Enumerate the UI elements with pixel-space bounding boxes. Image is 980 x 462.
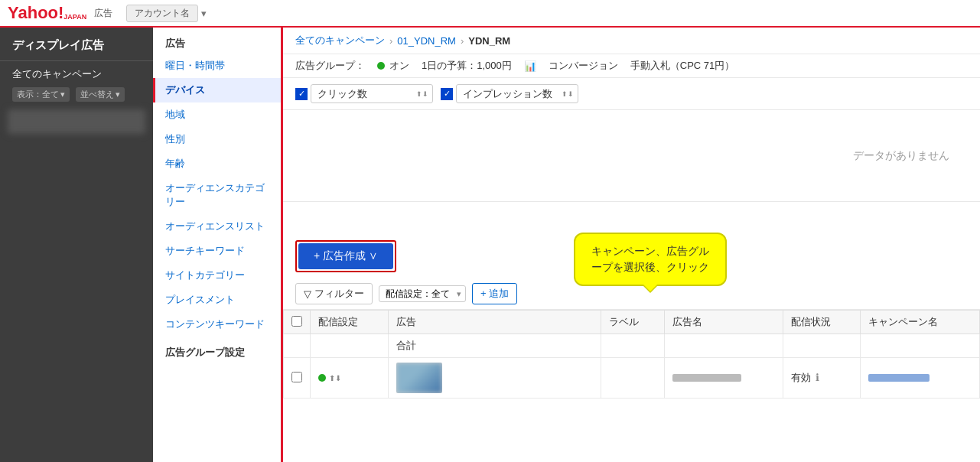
nav-item-gender[interactable]: 性別 [153,127,281,151]
daily-budget: 1日の予算：1,000円 [422,59,512,73]
table-header-checkbox [284,311,311,334]
conversion-text: コンバージョン [549,59,618,73]
filter-all-button[interactable]: 表示：全て ▾ [12,87,70,102]
breadcrumb-sep1: › [389,35,392,47]
tooltip-text: キャンペーン、広告グループを選択後、クリック [591,245,709,273]
account-selector[interactable]: アカウント名 ▾ [126,5,207,22]
table-header-delivery-status: 配信状況 [783,311,861,334]
row-checkbox[interactable] [291,372,302,382]
info-icon[interactable]: ℹ [816,372,819,383]
ad-thumbnail-inner [396,363,442,393]
nav-section-adgroup-settings: 広告グループ設定 [153,337,281,363]
yahoo-logo: Yahoo! JAPAN [8,3,86,23]
table-select-all-checkbox[interactable] [291,316,302,327]
chart-section: データがありません キャンペーン、広告グループを選択後、クリック [283,110,980,202]
filter-label: フィルター [314,287,364,301]
ad-group-label: 広告グループ： [295,59,365,73]
metric-dropdown-1[interactable]: クリック数 インプレッション数 CTR 平均CPC コスト [311,84,433,103]
metric-dropdown-2-wrap: インプレッション数 クリック数 CTR 平均CPC コスト [456,84,578,103]
delivery-select[interactable]: 配信設定：全て 有効 停止 [379,285,466,302]
nav-item-audience-category[interactable]: オーディエンスカテゴリー [153,176,281,214]
metric-dropdown-2[interactable]: インプレッション数 クリック数 CTR 平均CPC コスト [456,84,578,103]
nav-item-device[interactable]: デバイス [153,78,281,102]
breadcrumb: 全てのキャンペーン › 01_YDN_RM › YDN_RM [283,28,980,54]
table-header-ad: 広告 [388,311,601,334]
sort-button[interactable]: 並べ替え ▾ [76,87,125,102]
status-on-group: オン [377,59,409,73]
breadcrumb-current: YDN_RM [468,35,510,47]
filter-icon: ▽ [304,288,311,300]
top-bar: Yahoo! JAPAN 広告 アカウント名 ▾ [0,0,980,28]
add-button-label: + 追加 [480,287,509,301]
nav-item-content-keyword[interactable]: コンテンツキーワード [153,312,281,337]
summary-status-cell [783,334,861,358]
table-row: ⬆⬇ 有効 ℹ [284,358,980,399]
sidebar-filter-row: 表示：全て ▾ 並べ替え ▾ [0,84,153,105]
row-campaign-blurred [868,374,930,382]
nav-item-age[interactable]: 年齢 [153,151,281,176]
metric-select-1: ✓ クリック数 インプレッション数 CTR 平均CPC コスト [295,84,433,103]
breadcrumb-campaign[interactable]: 01_YDN_RM [397,35,456,47]
ad-label: 広告 [94,7,112,20]
account-dropdown-icon[interactable]: ▾ [201,8,207,19]
metric-checkbox-2[interactable]: ✓ [441,88,453,100]
delivery-select-wrap: 配信設定：全て 有効 停止 [379,285,466,302]
conversion-icon: 📊 [524,60,536,72]
create-ad-button-wrap: + 広告作成 ∨ [295,240,396,272]
metric-checkbox-1[interactable]: ✓ [295,88,308,100]
row-campaign-cell [861,358,980,399]
sidebar-account-box [8,109,145,134]
row-ad-name-blurred [672,374,741,382]
breadcrumb-all-campaigns[interactable]: 全てのキャンペーン [295,34,385,47]
row-status-dot [318,374,326,382]
row-ad-cell [388,358,601,399]
table-header-row: 配信設定 広告 ラベル 広告名 配信状況 キャンペーン名 [284,311,980,334]
row-status-text: 有効 [791,372,811,383]
ad-table: 配信設定 広告 ラベル 広告名 配信状況 キャンペーン名 合計 [283,310,980,399]
create-ad-button[interactable]: + 広告作成 ∨ [298,243,393,269]
row-label-cell [601,358,664,399]
row-status-cell: 有効 ℹ [783,358,861,399]
metrics-row: ✓ クリック数 インプレッション数 CTR 平均CPC コスト ✓ インプレッシ… [283,78,980,110]
table-header-campaign-name: キャンペーン名 [861,311,980,334]
filter-button[interactable]: ▽ フィルター [295,283,373,304]
summary-checkbox-cell [284,334,311,358]
summary-delivery-cell [311,334,389,358]
metric-dropdown-1-wrap: クリック数 インプレッション数 CTR 平均CPC コスト [311,84,433,103]
sidebar-campaigns[interactable]: 全てのキャンペーン [0,61,153,84]
row-ad-name-cell [665,358,783,399]
add-button[interactable]: + 追加 [472,283,517,304]
row-delivery-arrows[interactable]: ⬆⬇ [329,374,341,382]
no-data-text: データがありません [853,149,949,163]
nav-item-weekday-time[interactable]: 曜日・時間帯 [153,54,281,78]
bid-text: 手動入札（CPC 71円） [630,59,735,73]
summary-campaign-cell [861,334,980,358]
metric-select-2: ✓ インプレッション数 クリック数 CTR 平均CPC コスト [441,84,578,103]
nav-item-search-keyword[interactable]: サーチキーワード [153,239,281,263]
ad-thumbnail [396,363,442,393]
main-layout: ディスプレイ広告 全てのキャンペーン 表示：全て ▾ 並べ替え ▾ 広告 曜日・… [0,28,980,462]
nav-item-region[interactable]: 地域 [153,102,281,127]
status-on-text: オン [389,59,409,73]
table-header-ad-name: 広告名 [665,311,783,334]
summary-ad-name-cell [665,334,783,358]
nav-item-audience-list[interactable]: オーディエンスリスト [153,214,281,239]
summary-label-cell: 合計 [388,334,601,358]
summary-label2-cell [601,334,664,358]
row-delivery-cell: ⬆⬇ [311,358,389,399]
row-checkbox-cell [284,358,311,399]
nav-item-placement[interactable]: プレイスメント [153,288,281,312]
breadcrumb-sep2: › [461,35,464,47]
chart-area: データがありません [283,110,980,202]
table-summary-row: 合計 [284,334,980,358]
account-name: アカウント名 [126,5,198,22]
summary-label: 合計 [396,340,416,351]
nav-section-ad: 広告 [153,31,281,54]
nav-sidebar: 広告 曜日・時間帯 デバイス 地域 性別 年齢 オーディエンスカテゴリー オーデ… [153,28,283,462]
status-green-dot [377,62,385,70]
sidebar-title: ディスプレイ広告 [0,28,153,61]
table-header-delivery: 配信設定 [311,311,389,334]
status-bar: 広告グループ： オン 1日の予算：1,000円 📊 コンバージョン 手動入札（C… [283,54,980,78]
left-sidebar: ディスプレイ広告 全てのキャンペーン 表示：全て ▾ 並べ替え ▾ [0,28,153,462]
nav-item-site-category[interactable]: サイトカテゴリー [153,263,281,288]
